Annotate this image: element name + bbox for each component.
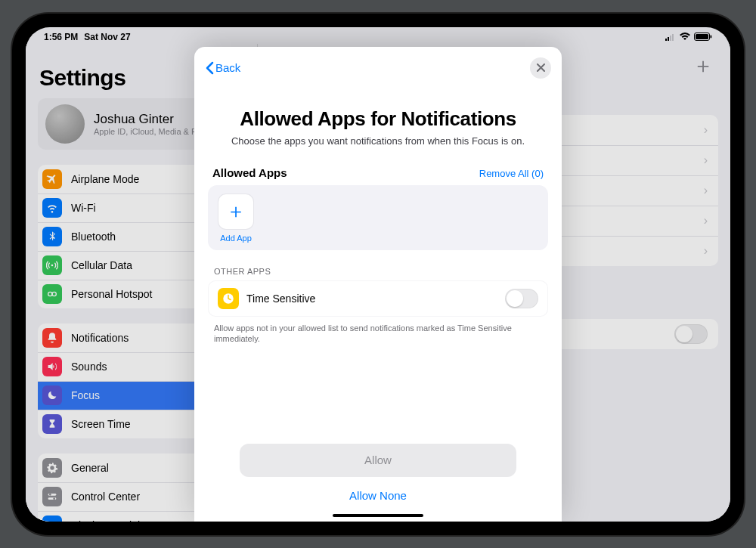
gear-icon <box>42 458 62 478</box>
time-sensitive-footer: Allow apps not in your allowed list to s… <box>194 317 562 345</box>
status-bar: 1:56 PM Sat Nov 27 <box>26 27 730 44</box>
add-focus-button[interactable]: ＋ <box>692 51 714 80</box>
chevron-right-icon: › <box>704 214 708 228</box>
add-app-label: Add App <box>220 234 252 243</box>
hourglass-icon <box>42 414 62 434</box>
svg-rect-6 <box>711 36 712 39</box>
sheet-subtitle: Choose the apps you want notifications f… <box>209 135 547 147</box>
close-icon <box>537 63 545 72</box>
allowed-apps-header: Allowed Apps <box>212 166 287 179</box>
profile-subtitle: Apple ID, iCloud, Media & Pu <box>94 127 201 136</box>
chevron-right-icon: › <box>704 123 708 137</box>
other-apps-header: OTHER APPS <box>194 250 562 280</box>
svg-rect-1 <box>668 37 669 41</box>
svg-point-8 <box>48 292 52 296</box>
status-date: Sat Nov 27 <box>84 32 130 42</box>
back-button[interactable]: Back <box>205 61 240 75</box>
svg-point-7 <box>51 265 54 267</box>
moon-icon <box>42 385 62 405</box>
svg-rect-5 <box>696 34 708 39</box>
status-right <box>665 33 712 41</box>
time-sensitive-label: Time Sensitive <box>246 293 497 305</box>
wifi-icon <box>679 33 691 41</box>
chevron-right-icon: › <box>704 153 708 167</box>
display-icon: AA <box>42 515 62 522</box>
svg-point-9 <box>52 292 56 296</box>
wifi-icon <box>42 198 62 218</box>
svg-point-13 <box>53 497 55 500</box>
time-sensitive-row[interactable]: Time Sensitive <box>208 280 548 317</box>
svg-rect-2 <box>670 36 671 41</box>
ipad-frame: 1:56 PM Sat Nov 27 Settings Joshua Ginte… <box>12 14 744 535</box>
svg-rect-0 <box>665 39 667 41</box>
avatar <box>45 104 85 144</box>
battery-icon <box>694 33 712 41</box>
plus-icon: ＋ <box>218 194 253 229</box>
clock-icon <box>218 288 239 309</box>
back-label: Back <box>215 61 240 74</box>
home-indicator[interactable] <box>333 514 423 517</box>
allow-button[interactable]: Allow <box>240 444 516 477</box>
bell-icon <box>42 328 62 348</box>
svg-point-12 <box>49 494 51 496</box>
remove-all-button[interactable]: Remove All (0) <box>479 168 544 179</box>
cellular-icon <box>665 33 676 41</box>
profile-name: Joshua Ginter <box>94 112 201 127</box>
chevron-right-icon: › <box>704 184 708 197</box>
time-sensitive-toggle[interactable] <box>505 289 538 308</box>
speaker-icon <box>42 357 62 376</box>
cellular-icon <box>42 255 62 275</box>
switches-icon <box>42 487 62 506</box>
chevron-left-icon <box>205 61 214 75</box>
screen: 1:56 PM Sat Nov 27 Settings Joshua Ginte… <box>26 27 730 522</box>
close-button[interactable] <box>530 57 551 79</box>
bluetooth-icon <box>42 227 62 246</box>
svg-rect-3 <box>672 34 674 41</box>
status-time: 1:56 PM <box>44 32 78 42</box>
hotspot-icon <box>42 284 62 304</box>
airplane-icon <box>42 169 62 189</box>
toggle-off[interactable] <box>674 324 708 344</box>
allow-none-button[interactable]: Allow None <box>240 481 516 505</box>
allowed-apps-sheet: Back Allowed Apps for Notifications Choo… <box>194 47 562 522</box>
sheet-title: Allowed Apps for Notifications <box>209 107 547 131</box>
allowed-apps-box: ＋ Add App <box>208 185 548 250</box>
add-app-button[interactable]: ＋ Add App <box>218 194 253 243</box>
chevron-right-icon: › <box>704 244 708 258</box>
